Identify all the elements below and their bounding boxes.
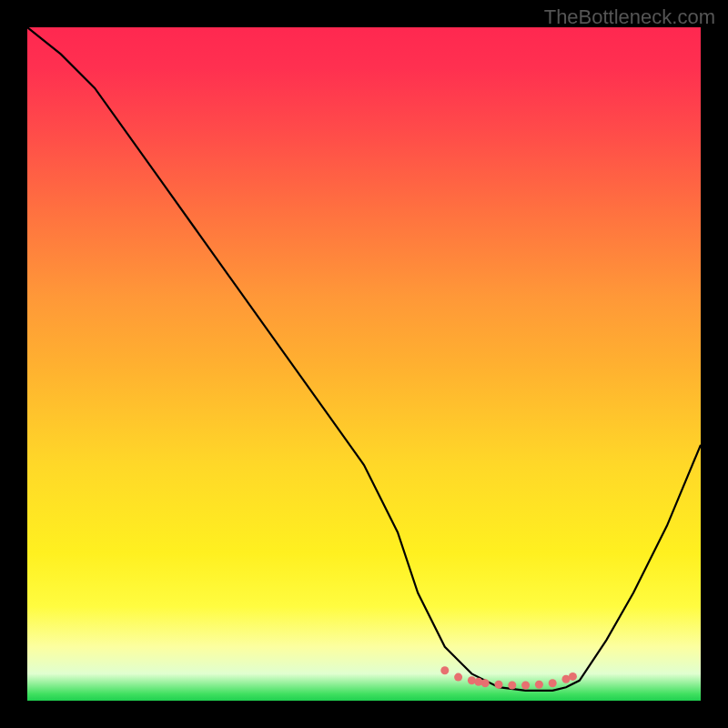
marker-dot [481,679,490,687]
marker-dot [440,666,449,674]
marker-dot [569,672,577,681]
plot-area [27,27,701,701]
marker-dot [454,673,462,682]
marker-dot [495,681,503,689]
flat-region-markers [440,666,577,689]
bottleneck-curve [27,27,701,691]
marker-dot [508,682,516,690]
marker-dot [521,682,530,690]
marker-dot [535,681,543,689]
marker-dot [468,676,476,684]
marker-dot [474,678,482,686]
watermark-text: TheBottleneck.com [544,5,715,29]
marker-dot [549,679,557,687]
chart-svg [27,27,701,701]
